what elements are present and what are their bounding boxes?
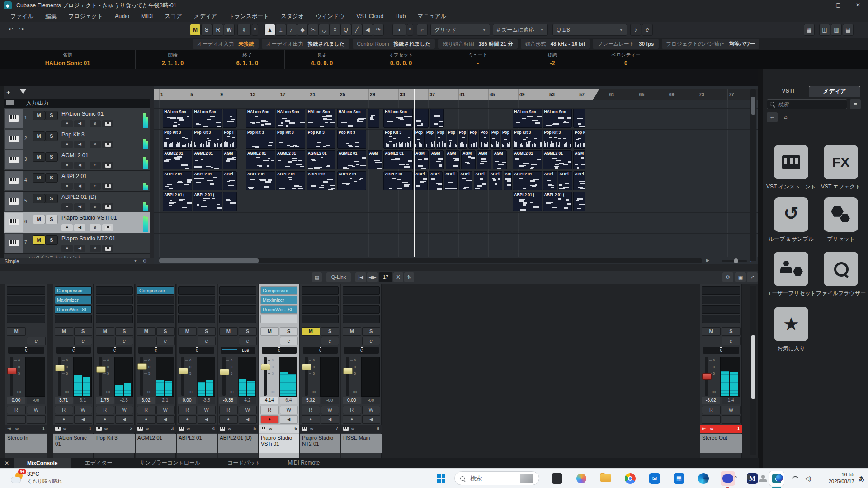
mute-button[interactable]: M bbox=[260, 327, 279, 336]
panel-divider[interactable] bbox=[758, 69, 763, 468]
midi-clip[interactable]: AGML2 01 bbox=[276, 150, 305, 169]
layout-lower-icon[interactable]: ▥ bbox=[831, 24, 842, 36]
info-field-6[interactable]: 移調-2 bbox=[513, 50, 592, 69]
volume-fader[interactable]: 60500 bbox=[342, 357, 358, 396]
channel-name[interactable]: ABPL2 01 (D) bbox=[218, 434, 258, 453]
insert-slot-empty[interactable] bbox=[137, 315, 174, 323]
midi-clip[interactable]: Pop Kit 3 bbox=[163, 130, 192, 149]
info-field-4[interactable]: オフセット0. 0. 0. 0 bbox=[359, 50, 443, 69]
read-automation-button[interactable]: R bbox=[219, 406, 238, 414]
menu-item-Hub[interactable]: Hub bbox=[390, 13, 412, 19]
insert-slot-empty[interactable] bbox=[219, 296, 256, 304]
info-field-0[interactable]: 名前HALion Sonic 01 bbox=[0, 50, 136, 69]
preset-dropdown-icon[interactable]: ▼ bbox=[134, 259, 137, 263]
volume-fader[interactable]: 60500 bbox=[701, 357, 717, 396]
edit-channel-button[interactable]: e bbox=[321, 337, 340, 345]
channel-routing-row[interactable]: ∞3 bbox=[136, 425, 176, 433]
edit-channel-button[interactable]: e bbox=[90, 245, 101, 252]
status-item-1[interactable]: オーディオ出力接続されました bbox=[262, 39, 349, 49]
taskbar-app-mail[interactable]: ✉ bbox=[647, 471, 662, 486]
track-row-7[interactable]: 7MSPiapro Studio NT2 01●◀e bbox=[4, 233, 150, 254]
go-prev-next-icon[interactable]: ◀▶ bbox=[367, 272, 378, 282]
insert-slot[interactable]: Maximizer bbox=[55, 296, 92, 304]
pan-control[interactable]: c bbox=[344, 347, 379, 354]
menu-item-MIDI[interactable]: MIDI bbox=[135, 13, 159, 19]
volume-value[interactable]: 4.14 bbox=[260, 397, 278, 404]
mute-button[interactable]: M bbox=[137, 327, 156, 336]
midi-clip[interactable]: HALion Son bbox=[543, 109, 572, 128]
midi-clip[interactable]: Pop Kit 3 bbox=[307, 130, 336, 149]
midi-clip[interactable]: ABPL2 01 bbox=[513, 171, 542, 190]
midi-clip[interactable]: AGML2 01 bbox=[246, 150, 275, 169]
mute-button[interactable]: M bbox=[178, 327, 197, 336]
midi-clip[interactable]: Pop K bbox=[573, 130, 585, 149]
autoscroll-dropdown-icon[interactable]: ▼ bbox=[252, 24, 258, 36]
pan-control[interactable]: c bbox=[56, 347, 91, 354]
midi-clip[interactable]: AGML2 01 bbox=[513, 150, 542, 169]
tool-button-5[interactable]: ◡ bbox=[319, 24, 330, 36]
insert-slot-empty[interactable] bbox=[219, 305, 256, 314]
channel-name[interactable]: Stereo In bbox=[5, 434, 47, 453]
mute-button[interactable]: M bbox=[33, 173, 45, 183]
status-item-6[interactable]: プロジェクトのパン補正均等パワー bbox=[662, 39, 760, 49]
status-item-0[interactable]: オーディオ入力未接続 bbox=[193, 39, 259, 49]
write-automation-button[interactable]: W bbox=[115, 406, 134, 414]
autoscroll-button[interactable]: ⇩ bbox=[237, 24, 251, 36]
back-button[interactable]: ← bbox=[767, 112, 778, 122]
insert-slot[interactable]: Maximizer bbox=[260, 296, 297, 304]
midi-clip[interactable]: AGM bbox=[430, 150, 444, 169]
channel-name[interactable]: AGML2 01 bbox=[136, 434, 176, 453]
write-automation-button[interactable]: W bbox=[156, 406, 175, 414]
track-row-4[interactable]: 4MSABPL2 01●◀e bbox=[4, 171, 150, 192]
read-automation-button[interactable]: R bbox=[137, 406, 156, 414]
midi-clip[interactable]: AGM bbox=[477, 150, 491, 169]
midi-clip[interactable]: HALion Son bbox=[513, 109, 542, 128]
midi-clip[interactable]: ABPl bbox=[444, 171, 458, 190]
track-controls-preset[interactable]: Simple bbox=[5, 258, 19, 264]
fader-cap[interactable] bbox=[179, 368, 188, 374]
automation-m-button[interactable]: M bbox=[190, 24, 201, 36]
volume-fader[interactable]: 60500 bbox=[137, 357, 152, 396]
read-automation-button[interactable]: R bbox=[96, 406, 114, 414]
search-input[interactable]: 検索 bbox=[767, 99, 847, 109]
insert-slot-empty[interactable] bbox=[219, 286, 256, 295]
tool-button-8[interactable]: ╱ bbox=[351, 24, 362, 36]
menu-item-Audio[interactable]: Audio bbox=[109, 13, 135, 19]
midi-clip[interactable]: Pop bbox=[447, 130, 457, 149]
mixer-strip-piapro-studio-nt2-01[interactable]: MSec605005.32-ooRW●◀∞7Piapro Studio NT2 … bbox=[300, 284, 340, 458]
insert-slot-empty[interactable] bbox=[96, 305, 133, 314]
ime-indicator[interactable]: あ bbox=[859, 475, 864, 483]
peak-value[interactable]: -3.5 bbox=[198, 397, 216, 404]
volume-fader[interactable]: 60500 bbox=[95, 357, 111, 396]
midi-clip[interactable]: Pop bbox=[414, 130, 425, 149]
volume-icon[interactable]: ◁) bbox=[805, 475, 811, 482]
record-enable-button[interactable]: ● bbox=[61, 141, 73, 148]
media-tile-fx[interactable]: FX bbox=[824, 145, 858, 179]
midi-clip[interactable]: Pop Kit 3 bbox=[193, 130, 222, 149]
insert-slot-empty[interactable] bbox=[302, 315, 339, 323]
channel-visibility-icon[interactable]: ▤ bbox=[312, 272, 322, 282]
insert-slot-empty[interactable] bbox=[55, 315, 92, 323]
insert-slot-empty[interactable] bbox=[178, 296, 215, 304]
status-item-4[interactable]: 録音形式48 kHz - 16 bit bbox=[521, 39, 590, 49]
solo-button[interactable]: S bbox=[45, 194, 58, 203]
menu-item-スコア[interactable]: スコア bbox=[159, 13, 188, 20]
midi-clip[interactable]: Pop I bbox=[223, 130, 237, 149]
tool-button-2[interactable]: ∕ bbox=[286, 24, 297, 36]
solo-button[interactable]: S bbox=[45, 173, 58, 183]
insert-slot-empty[interactable] bbox=[219, 315, 256, 323]
open-window-icon[interactable]: ▣ bbox=[735, 272, 746, 282]
volume-fader[interactable]: 60500 bbox=[6, 357, 22, 396]
mute-button[interactable]: M bbox=[33, 111, 45, 120]
monitor-button[interactable]: ◀ bbox=[74, 224, 85, 231]
midi-clip[interactable]: ABPL2 01 ( bbox=[513, 192, 542, 211]
midi-clip[interactable]: AGM bbox=[368, 150, 382, 169]
instrument-button[interactable] bbox=[102, 162, 113, 169]
automation-w-button[interactable]: W bbox=[224, 24, 235, 36]
track-row-3[interactable]: 3MSAGML2 01●◀e bbox=[4, 150, 150, 171]
channel-routing-row[interactable]: ∞8 bbox=[341, 425, 382, 433]
read-automation-button[interactable]: R bbox=[702, 406, 721, 414]
undo-icon[interactable]: ↶ bbox=[5, 24, 16, 36]
updown-icon[interactable]: ⇅ bbox=[404, 272, 414, 282]
monitor-button[interactable]: ◀ bbox=[239, 415, 257, 424]
